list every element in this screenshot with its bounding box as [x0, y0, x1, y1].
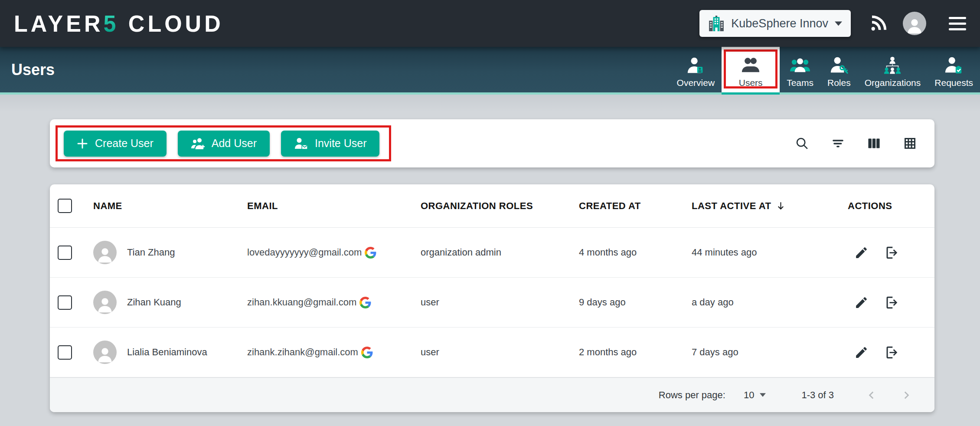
user-email: zihank.zihank@gmail.com	[247, 347, 358, 358]
page-content: Create User Add User	[0, 95, 980, 426]
row-actions	[848, 246, 934, 260]
tab-label: Requests	[934, 78, 973, 88]
user-email: zihan.kkuang@gmail.com	[247, 297, 356, 308]
edit-icon[interactable]	[854, 345, 869, 360]
rows-per-page-label: Rows per page:	[659, 390, 725, 401]
edit-icon[interactable]	[854, 295, 869, 310]
row-checkbox[interactable]	[58, 246, 72, 260]
topbar-right-cluster: KubeSphere Innov	[699, 10, 966, 37]
user-avatar[interactable]	[903, 12, 926, 35]
filter-icon[interactable]	[831, 136, 845, 151]
person-mail-icon	[294, 137, 308, 150]
user-email: lovedayyyyyyy@gmail.com	[247, 247, 362, 258]
tab-overview[interactable]: Overview	[670, 47, 722, 92]
create-user-button[interactable]: Create User	[64, 131, 167, 157]
google-icon	[365, 247, 376, 259]
column-header-actions: ACTIONS	[848, 200, 934, 212]
section-nav-bar: Users Overview Users	[0, 47, 980, 95]
edit-icon[interactable]	[854, 246, 869, 260]
tab-label: Organizations	[865, 78, 921, 88]
add-user-label: Add User	[212, 137, 257, 150]
table-pagination: Rows per page: 10 1-3 of 3	[50, 377, 934, 412]
row-checkbox[interactable]	[58, 295, 72, 310]
chevron-left-icon[interactable]	[866, 390, 877, 401]
last-active-at: a day ago	[692, 297, 848, 308]
last-active-at: 44 minutes ago	[692, 247, 848, 258]
tab-teams[interactable]: Teams	[780, 47, 820, 92]
table-body: Tian Zhang lovedayyyyyyy@gmail.com organ…	[50, 228, 934, 377]
org-role: user	[421, 347, 579, 358]
annotation-highlight-buttons: Create User Add User	[56, 125, 391, 161]
name-cell: Zihan Kuang	[93, 291, 247, 314]
email-cell: lovedayyyyyyy@gmail.com	[247, 247, 421, 259]
user-name: Tian Zhang	[127, 247, 175, 258]
requests-icon	[944, 56, 964, 75]
row-actions	[848, 295, 934, 310]
logout-icon[interactable]	[884, 295, 898, 310]
tab-organizations[interactable]: Organizations	[858, 47, 928, 92]
org-role: user	[421, 297, 579, 308]
org-role: organization admin	[421, 247, 579, 258]
chevron-down-icon	[760, 393, 766, 397]
created-at: 2 months ago	[579, 347, 692, 358]
column-header-email[interactable]: EMAIL	[247, 200, 421, 212]
user-name: Zihan Kuang	[127, 297, 181, 308]
table-view-controls	[795, 136, 917, 151]
name-cell: Tian Zhang	[93, 241, 247, 264]
avatar	[93, 291, 117, 314]
row-checkbox[interactable]	[58, 345, 72, 360]
invite-user-button[interactable]: Invite User	[281, 131, 379, 157]
row-actions	[848, 345, 934, 360]
users-table: NAME EMAIL ORGANIZATION ROLES CREATED AT…	[50, 184, 934, 412]
add-user-button[interactable]: Add User	[178, 131, 270, 157]
tab-label: Teams	[787, 78, 813, 88]
tab-label: Roles	[827, 78, 851, 88]
organization-selector-value: KubeSphere Innov	[731, 17, 828, 30]
teams-icon	[790, 56, 810, 75]
google-icon	[359, 297, 371, 308]
column-view-icon[interactable]	[867, 136, 881, 151]
rows-per-page-select[interactable]: 10	[744, 390, 766, 401]
column-header-org-roles[interactable]: ORGANIZATION ROLES	[421, 200, 579, 212]
google-icon	[361, 347, 373, 358]
created-at: 9 days ago	[579, 297, 692, 308]
name-cell: Lialia Beniaminova	[93, 341, 247, 364]
table-row: Tian Zhang lovedayyyyyyy@gmail.com organ…	[50, 228, 934, 278]
tab-requests[interactable]: Requests	[928, 47, 980, 92]
person-icon	[95, 295, 114, 314]
organization-selector[interactable]: KubeSphere Innov	[699, 10, 851, 37]
grid-view-icon[interactable]	[903, 136, 917, 151]
person-add-icon	[191, 137, 205, 150]
email-cell: zihank.zihank@gmail.com	[247, 347, 421, 358]
logout-icon[interactable]	[884, 246, 898, 260]
logout-icon[interactable]	[884, 345, 898, 360]
logo-layer: LAYER	[14, 10, 103, 36]
organizations-icon	[882, 56, 902, 75]
avatar	[93, 241, 117, 264]
column-header-created-at[interactable]: CREATED AT	[579, 200, 692, 212]
email-cell: zihan.kkuang@gmail.com	[247, 297, 421, 308]
person-icon	[905, 16, 924, 35]
search-icon[interactable]	[795, 136, 809, 151]
pagination-range: 1-3 of 3	[801, 390, 834, 401]
user-name: Lialia Beniaminova	[127, 347, 207, 358]
layer5-cloud-logo[interactable]: LAYER5 CLOUD	[14, 10, 224, 37]
column-header-name[interactable]: NAME	[93, 200, 247, 212]
sort-desc-icon	[775, 200, 786, 211]
table-row: Lialia Beniaminova zihank.zihank@gmail.c…	[50, 328, 934, 377]
top-bar: LAYER5 CLOUD KubeSphere Innov	[0, 0, 980, 47]
rss-feed-icon[interactable]	[869, 14, 888, 33]
tab-users[interactable]: Users	[722, 47, 780, 92]
tab-label: Users	[739, 78, 763, 88]
chevron-right-icon[interactable]	[901, 390, 912, 401]
overview-icon	[686, 56, 706, 75]
roles-icon	[829, 56, 849, 75]
select-all-checkbox[interactable]	[58, 199, 72, 213]
person-icon	[95, 245, 114, 264]
hamburger-menu-icon[interactable]	[949, 17, 966, 30]
tab-roles[interactable]: Roles	[820, 47, 858, 92]
chevron-down-icon	[835, 21, 842, 26]
users-toolbar: Create User Add User	[50, 119, 934, 167]
column-header-last-active-at[interactable]: LAST ACTIVE AT	[692, 200, 848, 212]
created-at: 4 months ago	[579, 247, 692, 258]
